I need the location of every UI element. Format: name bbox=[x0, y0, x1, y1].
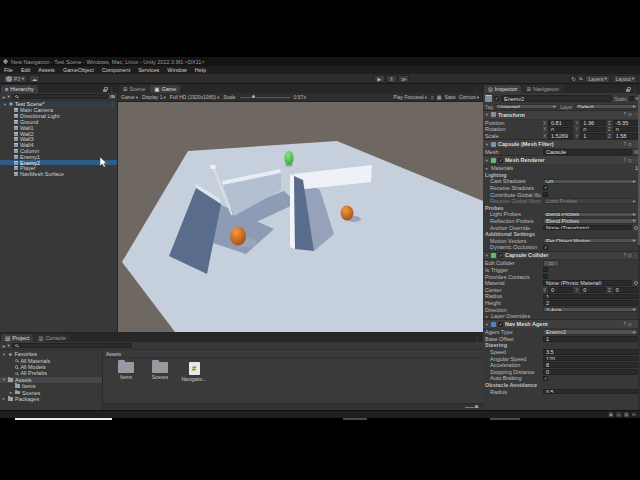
component-header[interactable]: ▾Capsule (Mesh Filter)?⛭⋮ bbox=[483, 140, 640, 149]
asset-navigatio-[interactable]: #Navigatio... bbox=[181, 362, 207, 403]
play-mode-dropdown[interactable]: Play Focused ▾ bbox=[393, 94, 427, 100]
vector-value-field[interactable]: 1.5269 bbox=[548, 133, 573, 139]
checkbox[interactable]: ✓ bbox=[543, 185, 548, 190]
vector-value-field[interactable]: 0 bbox=[548, 127, 573, 133]
object-name-field[interactable] bbox=[501, 95, 612, 102]
step-button[interactable]: ≫ bbox=[398, 75, 409, 83]
layout-dropdown[interactable]: Layout ▾ bbox=[613, 75, 637, 83]
status-icon-packages[interactable]: ▣ bbox=[609, 412, 614, 417]
checkbox[interactable]: ✓ bbox=[543, 245, 548, 250]
component-enabled-checkbox[interactable]: ✓ bbox=[498, 322, 503, 327]
edit-collider-button[interactable]: □ bbox=[543, 260, 559, 267]
checkbox[interactable] bbox=[543, 192, 548, 197]
kebab-menu-icon[interactable]: ⋮ bbox=[632, 86, 637, 92]
menu-file[interactable]: File bbox=[4, 67, 13, 73]
stats-button[interactable]: Stats bbox=[444, 94, 455, 100]
layer-dropdown[interactable]: Default ▾ bbox=[575, 104, 638, 110]
layers-dropdown[interactable]: Layers ▾ bbox=[585, 75, 609, 83]
hierarchy-search-input[interactable] bbox=[19, 94, 105, 100]
menu-component[interactable]: Component bbox=[102, 67, 130, 73]
play-button[interactable]: ▶ bbox=[374, 75, 385, 83]
component-enabled-checkbox[interactable]: ✓ bbox=[498, 158, 503, 163]
aspect-grid-icon[interactable]: ▦ bbox=[437, 94, 442, 100]
value-field[interactable]: 1 bbox=[543, 336, 638, 342]
display-dropdown[interactable]: Display 1 ▾ bbox=[142, 94, 166, 100]
preset-icon[interactable]: ⛭ bbox=[628, 112, 632, 117]
foldout-open-icon[interactable]: ▾ bbox=[485, 112, 489, 117]
scale-slider[interactable] bbox=[240, 97, 290, 98]
tab-navigation[interactable]: ⊞ Navigation bbox=[522, 85, 563, 93]
pause-button[interactable]: ‖ bbox=[386, 75, 397, 83]
tab-project[interactable]: ▤ Project bbox=[1, 334, 33, 342]
object-field[interactable]: Capsule bbox=[543, 149, 632, 155]
checkbox[interactable] bbox=[543, 267, 548, 272]
dropdown[interactable]: On▾ bbox=[543, 179, 638, 185]
help-icon[interactable]: ? bbox=[623, 322, 626, 327]
status-icon-console[interactable]: ▦ bbox=[624, 412, 629, 417]
vector-value-field[interactable]: 0 bbox=[580, 127, 605, 133]
help-icon[interactable]: ? bbox=[623, 142, 626, 147]
value-field[interactable]: 0 bbox=[543, 369, 638, 375]
menu-services[interactable]: Services bbox=[138, 67, 159, 73]
add-object-button[interactable]: + bbox=[2, 94, 6, 100]
value-field[interactable]: 1 bbox=[543, 294, 638, 300]
game-viewport[interactable] bbox=[118, 102, 482, 332]
foldout-closed-icon[interactable]: ▸ bbox=[2, 396, 6, 401]
kebab-menu-icon[interactable]: ⋮ bbox=[475, 335, 480, 341]
project-search-field[interactable] bbox=[12, 343, 132, 349]
preset-icon[interactable]: ⛭ bbox=[628, 322, 632, 327]
menu-gameobject[interactable]: GameObject bbox=[63, 67, 94, 73]
active-checkbox[interactable]: ✓ bbox=[494, 96, 499, 101]
component-header[interactable]: ▾✓Capsule Collider?⛭⋮ bbox=[483, 252, 640, 261]
kebab-menu-icon[interactable]: ⋮ bbox=[109, 86, 114, 92]
vector-value-field[interactable]: 1 bbox=[580, 133, 605, 139]
thumbnail-size-slider[interactable] bbox=[465, 407, 479, 408]
project-tree-packages[interactable]: ▸Packages bbox=[0, 396, 102, 402]
menu-window[interactable]: Window bbox=[167, 67, 187, 73]
help-icon[interactable]: ? bbox=[623, 253, 626, 258]
foldout-open-icon[interactable]: ▾ bbox=[485, 322, 489, 327]
foldout-closed-icon[interactable]: ▸ bbox=[9, 390, 13, 395]
vector-value-field[interactable]: -5.35 bbox=[613, 120, 638, 126]
foldout-open-icon[interactable]: ▾ bbox=[3, 102, 7, 107]
resolution-dropdown[interactable]: Full HD (1920x1080) ▾ bbox=[170, 94, 219, 100]
chevron-down-icon[interactable]: ▾ bbox=[8, 343, 10, 348]
object-field[interactable]: None (Transform) bbox=[543, 225, 632, 231]
component-enabled-checkbox[interactable]: ✓ bbox=[498, 253, 503, 258]
foldout-closed-icon[interactable]: ▸ bbox=[485, 314, 489, 319]
scene-visibility-icon[interactable] bbox=[110, 95, 115, 98]
object-field[interactable]: None (Physic Material) bbox=[543, 280, 632, 286]
component-header[interactable]: ▾✓Nav Mesh Agent?⛭⋮ bbox=[483, 320, 640, 329]
dropdown[interactable]: Blend Probes▾ bbox=[543, 218, 638, 224]
tag-dropdown[interactable]: Untagged ▾ bbox=[495, 104, 558, 110]
foldout-open-icon[interactable]: ▾ bbox=[2, 377, 6, 382]
dropdown[interactable]: Enemy2▾ bbox=[543, 329, 638, 335]
foldout-open-icon[interactable]: ▾ bbox=[485, 158, 489, 163]
vector-value-field[interactable]: 1.36 bbox=[580, 120, 605, 126]
checkbox[interactable]: ✓ bbox=[543, 376, 548, 381]
vector-value-field[interactable]: 0 bbox=[548, 287, 573, 293]
menu-help[interactable]: Help bbox=[195, 67, 206, 73]
search-icon[interactable] bbox=[579, 77, 582, 80]
project-search-input[interactable] bbox=[19, 343, 129, 349]
preset-icon[interactable]: ⛭ bbox=[628, 158, 632, 163]
asset-items[interactable]: Items bbox=[113, 362, 139, 403]
checkbox[interactable] bbox=[543, 274, 548, 279]
hierarchy-search-field[interactable] bbox=[12, 94, 108, 100]
hierarchy-item-navmesh-surface[interactable]: NavMesh Surface bbox=[0, 171, 117, 177]
vector-value-field[interactable]: 0 bbox=[613, 287, 638, 293]
value-field[interactable]: 0.5 bbox=[543, 389, 638, 395]
status-icon-cache[interactable]: ▤ bbox=[616, 412, 621, 417]
component-header[interactable]: ▾✓Mesh Renderer?⛭⋮ bbox=[483, 156, 640, 165]
kebab-menu-icon[interactable]: ⋮ bbox=[474, 86, 479, 92]
preset-icon[interactable]: ⛭ bbox=[628, 142, 632, 147]
status-icon-progress[interactable]: ⊖ bbox=[632, 412, 636, 417]
create-asset-button[interactable]: + bbox=[2, 343, 6, 349]
undo-history-icon[interactable]: ↻ bbox=[571, 76, 576, 82]
tab-console[interactable]: ▥ Console bbox=[34, 334, 69, 342]
tab-scene[interactable]: ⊞ Scene bbox=[119, 85, 149, 93]
vector-value-field[interactable]: 0.81 bbox=[548, 120, 573, 126]
asset-scenes[interactable]: Scenes bbox=[147, 362, 173, 403]
foldout-open-icon[interactable]: ▾ bbox=[2, 352, 6, 357]
help-icon[interactable]: ? bbox=[623, 112, 626, 117]
